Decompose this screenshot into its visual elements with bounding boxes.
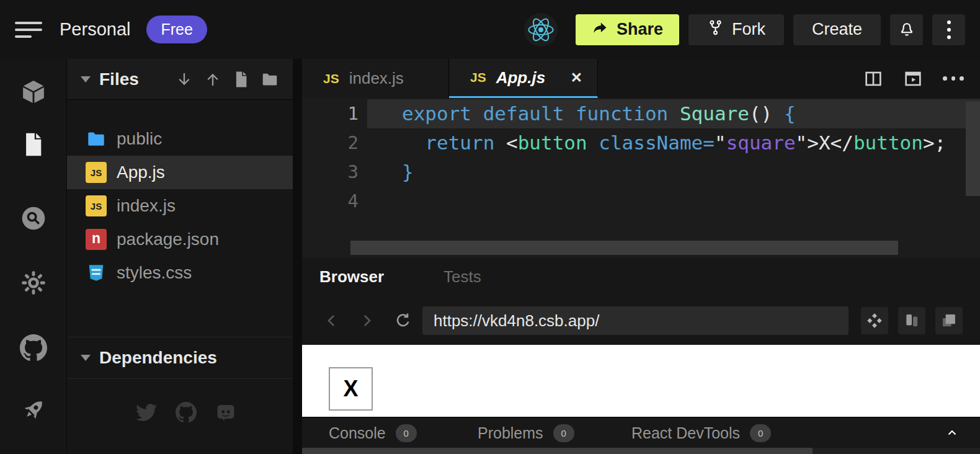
bottom-scroll-track bbox=[302, 448, 980, 454]
code-editing-area[interactable]: 1 export default function Square() { 2 r… bbox=[302, 98, 980, 257]
horizontal-scrollbar[interactable] bbox=[350, 241, 898, 255]
file-name: styles.css bbox=[117, 263, 192, 283]
twitter-icon[interactable] bbox=[136, 402, 157, 423]
file-row-indexjs[interactable]: JS index.js bbox=[67, 189, 293, 223]
code-text: return <button className="square">X</but… bbox=[367, 128, 980, 158]
devtools-status-bar: Console 0 Problems 0 React DevTools 0 bbox=[302, 417, 980, 448]
editor-tab-bar: JS index.js JS App.js ✕ bbox=[302, 59, 980, 98]
code-editor: JS index.js JS App.js ✕ 1 export default… bbox=[302, 59, 980, 257]
activity-bar bbox=[0, 59, 67, 454]
file-row-appjs[interactable]: JS App.js bbox=[67, 156, 293, 189]
code-line: 2 return <button className="square">X</b… bbox=[302, 128, 980, 158]
url-input[interactable] bbox=[422, 306, 849, 335]
forward-icon[interactable] bbox=[349, 305, 384, 336]
files-section-title: Files bbox=[99, 69, 139, 89]
line-number: 1 bbox=[302, 99, 367, 128]
file-name: public bbox=[117, 129, 162, 149]
bell-icon bbox=[898, 19, 916, 40]
sandbox-cube-icon[interactable] bbox=[20, 78, 47, 105]
fork-button[interactable]: Fork bbox=[688, 14, 784, 45]
menu-icon[interactable] bbox=[15, 19, 43, 41]
preview-tab-bar: Browser Tests bbox=[302, 257, 980, 296]
download-sandbox-button[interactable] bbox=[170, 66, 198, 93]
file-name: App.js bbox=[117, 162, 165, 182]
code-text: export default function Square() { bbox=[367, 99, 980, 128]
file-list: public JS App.js JS index.js n package.j… bbox=[67, 100, 293, 290]
github-icon[interactable] bbox=[176, 402, 197, 423]
editor-more-icon[interactable] bbox=[943, 68, 964, 89]
tab-indexjs[interactable]: JS index.js bbox=[302, 59, 449, 98]
github-icon[interactable] bbox=[20, 334, 47, 362]
workspace-name[interactable]: Personal bbox=[60, 19, 130, 40]
file-explorer-panel: Files public JS App.js bbox=[67, 59, 293, 454]
more-options-button[interactable] bbox=[932, 14, 965, 45]
expand-panel-chevron-icon[interactable] bbox=[944, 425, 960, 442]
javascript-file-icon: JS bbox=[86, 162, 107, 183]
split-editor-icon[interactable] bbox=[863, 68, 884, 89]
tab-tests[interactable]: Tests bbox=[443, 267, 481, 287]
dependencies-section-title: Dependencies bbox=[99, 348, 217, 368]
explorer-file-icon[interactable] bbox=[20, 131, 47, 158]
preview-pane: Browser Tests bbox=[302, 257, 980, 454]
open-new-window-icon[interactable] bbox=[935, 307, 963, 334]
back-icon[interactable] bbox=[314, 305, 349, 336]
notifications-button[interactable] bbox=[890, 14, 923, 45]
preview-settings-icon[interactable] bbox=[861, 307, 888, 334]
arrow-up-icon bbox=[203, 70, 222, 89]
javascript-badge-icon: JS bbox=[470, 70, 486, 85]
npm-file-icon: n bbox=[86, 229, 107, 250]
console-tab[interactable]: Console 0 bbox=[329, 417, 417, 448]
react-logo-icon bbox=[524, 13, 558, 47]
file-row-packagejson[interactable]: n package.json bbox=[67, 223, 293, 256]
tab-appjs[interactable]: JS App.js ✕ bbox=[449, 59, 598, 98]
close-icon[interactable]: ✕ bbox=[571, 69, 582, 86]
discord-icon[interactable] bbox=[215, 402, 236, 423]
chevron-down-icon[interactable] bbox=[81, 76, 91, 82]
file-row-stylescss[interactable]: styles.css bbox=[67, 256, 293, 290]
files-section-header: Files bbox=[67, 59, 293, 100]
chevron-down-icon[interactable] bbox=[81, 355, 91, 361]
square-app-button[interactable]: X bbox=[329, 367, 373, 411]
react-devtools-tab[interactable]: React DevTools 0 bbox=[631, 417, 771, 448]
bottom-scrollbar[interactable] bbox=[302, 448, 813, 454]
vertical-scrollbar[interactable] bbox=[966, 102, 980, 196]
plan-badge: Free bbox=[146, 16, 207, 43]
share-icon bbox=[592, 19, 608, 40]
deploy-rocket-icon[interactable] bbox=[20, 396, 47, 424]
tab-browser[interactable]: Browser bbox=[319, 267, 384, 287]
line-number: 2 bbox=[302, 128, 367, 158]
code-line: 4 bbox=[302, 187, 980, 216]
open-preview-icon[interactable] bbox=[903, 68, 924, 89]
file-row-public[interactable]: public bbox=[67, 122, 293, 156]
social-links bbox=[67, 402, 293, 423]
refresh-icon[interactable] bbox=[384, 305, 422, 336]
fork-icon bbox=[707, 19, 724, 40]
code-text: } bbox=[367, 158, 980, 187]
file-name: package.json bbox=[117, 229, 219, 249]
rendered-app-preview: X bbox=[302, 345, 980, 417]
upload-files-button[interactable] bbox=[198, 66, 227, 93]
javascript-badge-icon: JS bbox=[323, 71, 339, 86]
kebab-menu-icon bbox=[947, 20, 951, 39]
count-badge: 0 bbox=[396, 424, 417, 442]
css-file-icon bbox=[86, 262, 107, 283]
code-line: 3 } bbox=[302, 158, 980, 187]
new-folder-icon bbox=[261, 70, 279, 89]
new-file-button[interactable] bbox=[227, 66, 256, 93]
responsive-mode-icon[interactable] bbox=[898, 307, 925, 334]
code-line: 1 export default function Square() { bbox=[302, 99, 980, 128]
count-badge: 0 bbox=[553, 424, 574, 442]
share-button[interactable]: Share bbox=[576, 14, 679, 45]
line-number: 3 bbox=[302, 158, 367, 187]
folder-icon bbox=[86, 128, 107, 149]
problems-tab[interactable]: Problems 0 bbox=[478, 417, 574, 448]
browser-nav-bar bbox=[302, 296, 980, 345]
search-icon[interactable] bbox=[20, 205, 47, 232]
settings-gear-icon[interactable] bbox=[20, 269, 47, 296]
new-folder-button[interactable] bbox=[256, 66, 284, 93]
code-text bbox=[367, 187, 980, 216]
javascript-file-icon: JS bbox=[86, 195, 107, 216]
new-file-icon bbox=[232, 70, 251, 89]
create-button[interactable]: Create bbox=[793, 14, 881, 45]
count-badge: 0 bbox=[750, 424, 771, 442]
